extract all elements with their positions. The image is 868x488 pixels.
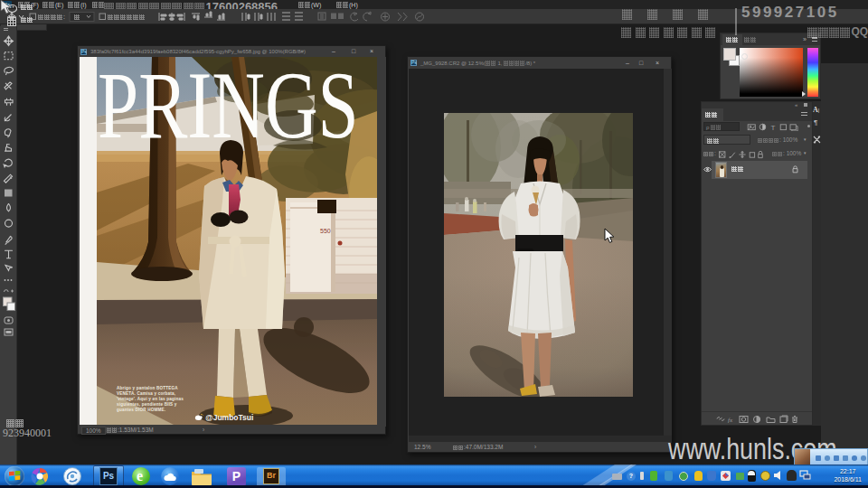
svg-text:T: T <box>770 124 775 131</box>
svg-text:fx: fx <box>728 417 733 424</box>
